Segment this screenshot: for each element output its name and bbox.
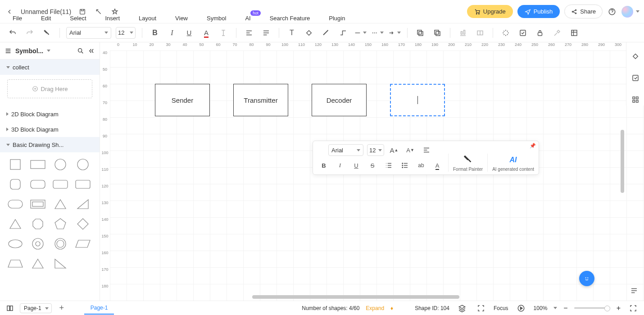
apps-panel-icon[interactable] — [630, 94, 641, 105]
menu-view[interactable]: View — [175, 15, 188, 22]
upgrade-button[interactable]: Upgrade — [467, 5, 513, 18]
shape-ellipse[interactable] — [5, 235, 25, 252]
pin-icon[interactable]: 📌 — [530, 143, 536, 149]
add-page-button[interactable]: + — [55, 302, 68, 315]
text-tool-button[interactable]: T — [286, 27, 298, 39]
image-front-button[interactable] — [431, 27, 444, 39]
search-icon[interactable] — [77, 47, 84, 55]
shape-octagon[interactable] — [28, 215, 48, 233]
shape-pentagon[interactable] — [50, 215, 70, 233]
fill-panel-icon[interactable] — [630, 50, 641, 62]
avatar[interactable] — [621, 6, 633, 18]
align-h-button[interactable] — [243, 27, 255, 39]
sidebar-section-2d[interactable]: 2D Block Diagram — [0, 106, 100, 122]
zoom-slider[interactable] — [574, 307, 610, 309]
shape-trapezoid[interactable] — [5, 255, 25, 272]
image-behind-button[interactable] — [414, 27, 426, 39]
menu-layout[interactable]: Layout — [139, 15, 156, 22]
shape-ring[interactable] — [50, 235, 70, 252]
float-ai-button[interactable]: AI AI generated content — [492, 156, 534, 172]
format-painter-button[interactable] — [41, 27, 53, 39]
shape-right-triangle[interactable] — [73, 196, 93, 213]
connector-button[interactable] — [337, 27, 349, 39]
tools-button[interactable] — [551, 27, 563, 39]
canvas[interactable]: Sender Transmitter Decoder 📌 Arial 12 A▲… — [110, 50, 644, 301]
font-color-button[interactable]: A — [200, 27, 213, 39]
shape-editing[interactable] — [390, 84, 445, 116]
float-font-color[interactable]: A — [431, 159, 444, 172]
shape-rounded-rect[interactable] — [28, 176, 48, 193]
line-color-button[interactable] — [320, 27, 332, 39]
float-increase-font[interactable]: A▲ — [388, 144, 400, 156]
float-bold[interactable]: B — [317, 159, 330, 172]
canvas-area[interactable]: 0102030405060708090100110120130140150160… — [100, 42, 644, 301]
undo-button[interactable] — [6, 27, 19, 39]
shape-rect[interactable] — [28, 156, 48, 173]
shape-chip[interactable] — [5, 196, 25, 213]
float-font-select[interactable]: Arial — [328, 144, 363, 156]
checkmark-button[interactable] — [517, 27, 529, 39]
share-button[interactable]: Share — [564, 5, 603, 18]
float-ab[interactable]: ab — [415, 159, 427, 172]
export-panel-icon[interactable] — [630, 72, 641, 84]
float-numbered-list[interactable] — [382, 159, 395, 172]
shape-transmitter[interactable]: Transmitter — [233, 84, 288, 116]
shape-square[interactable] — [5, 156, 25, 173]
shape-triangle2[interactable] — [5, 215, 25, 233]
shape-ellipse-thin[interactable] — [73, 156, 93, 173]
float-strike[interactable]: S — [366, 159, 379, 172]
sidebar-dropdown-icon[interactable] — [47, 50, 50, 52]
effects-button[interactable] — [499, 27, 512, 39]
lock-button[interactable] — [534, 27, 546, 39]
line-style-button[interactable] — [354, 27, 367, 39]
menu-symbol[interactable]: Symbol — [207, 15, 226, 22]
menu-edit[interactable]: Edit — [41, 15, 51, 22]
float-format-painter[interactable]: Format Painter — [453, 154, 483, 172]
menu-select[interactable]: Select — [70, 15, 86, 22]
zoom-out-button[interactable]: − — [563, 304, 567, 312]
underline-button[interactable]: U — [183, 27, 195, 39]
shape-triangle[interactable] — [50, 196, 70, 213]
publish-button[interactable]: Publish — [517, 5, 560, 18]
zoom-value[interactable]: 100% — [534, 305, 548, 311]
distribute-button[interactable] — [474, 27, 486, 39]
float-decrease-font[interactable]: A▼ — [404, 144, 417, 156]
shape-rounded-rect2[interactable] — [50, 176, 70, 193]
vertical-scrollbar[interactable] — [621, 130, 624, 193]
page-tab-1[interactable]: Page-1 — [84, 302, 114, 315]
shape-frame[interactable] — [28, 196, 48, 213]
shape-rounded-rect3[interactable] — [73, 176, 93, 193]
sidebar-section-basic[interactable]: Basic Drawing Sh... — [0, 137, 100, 152]
shape-sender[interactable]: Sender — [155, 84, 210, 116]
collapse-icon[interactable] — [88, 47, 95, 55]
font-size-select[interactable]: 12 — [116, 27, 136, 39]
fill-button[interactable] — [303, 27, 315, 39]
play-icon[interactable] — [515, 302, 527, 315]
drag-here-zone[interactable]: Drag Here — [7, 79, 92, 98]
horizontal-scrollbar[interactable] — [252, 295, 459, 299]
shape-donut[interactable] — [28, 235, 48, 252]
shape-diamond[interactable] — [73, 215, 93, 233]
shape-rtri2[interactable] — [50, 255, 70, 272]
pages-panel-icon[interactable] — [4, 302, 16, 315]
page-select[interactable]: Page-1 — [20, 303, 52, 313]
align-objects-button[interactable] — [457, 27, 469, 39]
focus-icon[interactable] — [475, 302, 487, 315]
shape-triangle-up[interactable] — [28, 255, 48, 272]
sidebar-menu-icon[interactable] — [5, 47, 12, 55]
float-size-select[interactable]: 12 — [367, 144, 384, 156]
layers-icon[interactable] — [456, 302, 468, 315]
list-toggle-icon[interactable] — [628, 284, 640, 297]
float-italic[interactable]: I — [334, 159, 346, 172]
menu-plugin[interactable]: Plugin — [329, 15, 345, 22]
sidebar-section-collect[interactable]: collect — [0, 59, 100, 75]
help-icon[interactable] — [607, 7, 617, 17]
italic-button[interactable]: I — [166, 27, 178, 39]
float-underline[interactable]: U — [350, 159, 363, 172]
bold-button[interactable]: B — [149, 27, 161, 39]
menu-file[interactable]: File — [13, 15, 22, 22]
table-button[interactable] — [568, 27, 581, 39]
shape-parallelogram[interactable] — [73, 235, 93, 252]
text-highlight-button[interactable] — [217, 27, 230, 39]
menu-insert[interactable]: Insert — [105, 15, 120, 22]
